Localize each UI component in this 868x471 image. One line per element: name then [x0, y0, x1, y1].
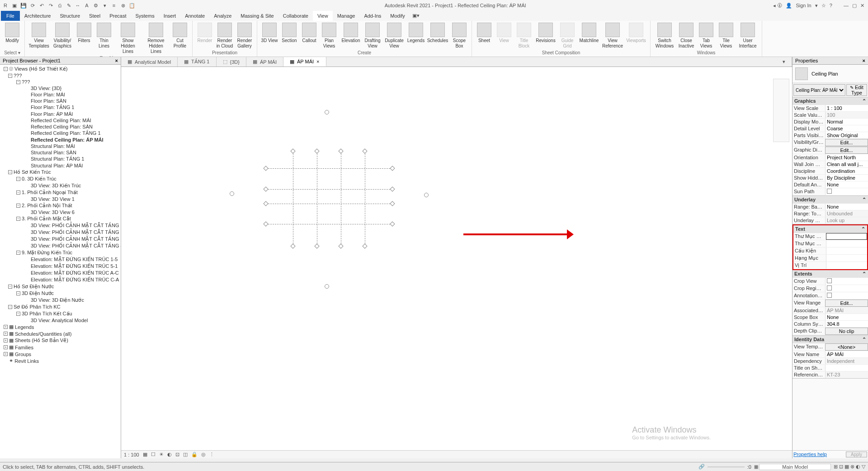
- show-hidden-button[interactable]: Show Hidden Lines: [114, 22, 142, 55]
- tree-item[interactable]: Structural Plan: MÁI: [0, 143, 121, 149]
- tree-item[interactable]: 3D View: 3D View 1: [0, 196, 121, 202]
- prop-vi-tri[interactable]: [826, 262, 867, 269]
- prop-thu-muc-chinh[interactable]: [826, 233, 867, 240]
- tree-item[interactable]: Structural Plan: ÁP MÁI: [0, 162, 121, 169]
- elevation-marker[interactable]: [325, 284, 329, 289]
- prop-range-base[interactable]: None: [825, 204, 868, 210]
- elevation-button[interactable]: Elevation: [340, 22, 362, 44]
- sync-icon[interactable]: ⟳: [29, 2, 36, 9]
- matchline-button[interactable]: Matchline: [578, 22, 600, 44]
- tree-item[interactable]: Reflected Ceiling Plan: TẦNG 1: [0, 130, 121, 137]
- tree-item[interactable]: Families: [15, 345, 33, 350]
- panel-options-icon[interactable]: ▣▾: [410, 11, 422, 21]
- open-icon[interactable]: ▣: [11, 2, 18, 9]
- type-selector[interactable]: Ceiling Plan: ÁP MÁI: [793, 84, 845, 96]
- user-interface-button[interactable]: User Interface: [736, 22, 759, 50]
- cut-profile-button[interactable]: Cut Profile: [170, 22, 189, 50]
- prop-group-graphics[interactable]: Graphics⌃: [793, 97, 868, 105]
- drafting-view-button[interactable]: Drafting View: [363, 22, 382, 50]
- prop-title-sheet[interactable]: [825, 365, 868, 371]
- file-menu[interactable]: File: [1, 11, 20, 21]
- more-options-icon[interactable]: ⋮: [209, 452, 214, 457]
- tree-item[interactable]: 3D View: 3D View 6: [0, 209, 121, 215]
- apply-button[interactable]: Apply: [846, 452, 867, 457]
- prop-hang-muc[interactable]: [826, 255, 867, 262]
- prop-annotation-cr[interactable]: [825, 292, 868, 299]
- tree-item[interactable]: Floor Plan: ÁP MÁI: [0, 111, 121, 117]
- prop-vis-graphics-edit[interactable]: Edit...: [825, 139, 868, 146]
- tab-addins[interactable]: Add-Ins: [359, 11, 386, 21]
- sun-path-icon[interactable]: ☀: [159, 452, 164, 457]
- tree-item[interactable]: Legends: [15, 324, 34, 330]
- tree-item[interactable]: Revit Links: [14, 358, 39, 364]
- save-icon[interactable]: 💾: [20, 2, 27, 9]
- navigation-bar[interactable]: [773, 79, 789, 142]
- prop-default-analy[interactable]: None: [825, 181, 868, 188]
- settings-icon[interactable]: ⚙: [92, 2, 99, 9]
- elevation-marker[interactable]: [424, 193, 429, 197]
- print-icon[interactable]: ⎙: [56, 2, 63, 9]
- tab-massing[interactable]: Massing & Site: [236, 11, 278, 21]
- tab-manage[interactable]: Manage: [333, 11, 360, 21]
- view-reference-button[interactable]: View Reference: [601, 22, 624, 50]
- minimize-button[interactable]: —: [844, 3, 849, 8]
- revit-logo-icon[interactable]: R: [2, 2, 9, 9]
- tree-item[interactable]: 3D View: PHỐI CẢNH MẶT CẮT TẦNG 1: [0, 222, 121, 229]
- prop-discipline[interactable]: Coordination: [825, 168, 868, 174]
- tree-item[interactable]: Structural Plan: TẦNG 1: [0, 156, 121, 162]
- tab-steel[interactable]: Steel: [85, 11, 105, 21]
- tree-item[interactable]: Floor Plan: MÁI: [0, 91, 121, 98]
- workset-selector[interactable]: Main Model: [759, 464, 831, 470]
- measure-icon[interactable]: ✎: [65, 2, 72, 9]
- prop-detail-level[interactable]: Coarse: [825, 125, 868, 132]
- status-icons[interactable]: ⊞ ⊡ ▦ ⊗ ◐ ▽: [834, 464, 865, 470]
- close-hidden-icon[interactable]: ⊗: [119, 2, 127, 9]
- visual-style-icon[interactable]: ☐: [151, 452, 156, 457]
- tab-precast[interactable]: Precast: [105, 11, 131, 21]
- tab-insert[interactable]: Insert: [159, 11, 181, 21]
- close-tab-icon[interactable]: ×: [316, 59, 319, 64]
- tree-item[interactable]: Schedules/Quantities (all): [15, 331, 71, 337]
- scope-box-button[interactable]: Scope Box: [450, 22, 469, 50]
- edit-type-button[interactable]: ✎ Edit Type: [846, 84, 867, 96]
- prop-crop-region[interactable]: [825, 285, 868, 292]
- close-button[interactable]: ✕: [860, 3, 864, 9]
- prop-scope-box[interactable]: None: [825, 314, 868, 320]
- prop-display-model[interactable]: Normal: [825, 119, 868, 125]
- tab-structure[interactable]: Structure: [55, 11, 85, 21]
- reveal-icon[interactable]: ◎: [201, 452, 206, 457]
- doc-tab[interactable]: ▦ TẦNG 1: [178, 57, 216, 67]
- prop-orientation[interactable]: Project North: [825, 154, 868, 161]
- tree-item[interactable]: Reflected Ceiling Plan: MÁI: [0, 117, 121, 124]
- dimension-icon[interactable]: ↔: [74, 2, 81, 9]
- tree-item[interactable]: Structural Plan: SÀN: [0, 149, 121, 156]
- tree-item-active[interactable]: Reflected Ceiling Plan: ÁP MÁI: [0, 137, 121, 143]
- tab-systems[interactable]: Systems: [131, 11, 159, 21]
- sheet-button[interactable]: Sheet: [475, 22, 494, 44]
- prop-column-sym[interactable]: 304.8: [825, 321, 868, 327]
- prop-group-underlay[interactable]: Underlay⌃: [793, 196, 868, 204]
- doc-tab[interactable]: ▦ ÁP MÁI: [246, 57, 283, 67]
- prop-show-hidden[interactable]: By Discipline: [825, 175, 868, 181]
- doc-tab-active[interactable]: ▦ ÁP MÁI ×: [283, 57, 326, 67]
- detail-level-icon[interactable]: ▦: [143, 452, 147, 457]
- doc-tab[interactable]: ▦ Analytical Model: [121, 57, 178, 67]
- render-gallery-button[interactable]: Render Gallery: [235, 22, 254, 50]
- tree-item[interactable]: Elevation: MẶT ĐỨNG KIẾN TRÚC 5-1: [0, 263, 121, 270]
- filters-button[interactable]: Filters: [75, 22, 94, 44]
- prop-group-extents[interactable]: Extents⌃: [793, 270, 868, 278]
- tree-item[interactable]: 3D View: PHỐI CẢNH MẶT CẮT TẦNG 3: [0, 236, 121, 243]
- undo-icon[interactable]: ↶: [38, 2, 45, 9]
- tree-item[interactable]: Elevation: MẶT ĐỨNG KIẾN TRÚC C-A: [0, 276, 121, 283]
- prop-thu-muc-con[interactable]: [826, 240, 867, 247]
- shadows-icon[interactable]: ◐: [167, 452, 172, 457]
- select-dropdown[interactable]: Select ▾: [4, 50, 20, 56]
- tree-item[interactable]: Reflected Ceiling Plan: SÀN: [0, 124, 121, 130]
- more-icon[interactable]: ▾: [101, 2, 108, 9]
- close-inactive-button[interactable]: Close Inactive: [677, 22, 696, 50]
- tree-item[interactable]: Sheets (Hồ Sơ Bản Vẽ): [15, 338, 68, 343]
- prop-crop-view[interactable]: [825, 278, 868, 285]
- elevation-marker[interactable]: [325, 110, 329, 114]
- scale-control[interactable]: 1 : 100: [124, 452, 139, 457]
- prop-depth-clip[interactable]: No clip: [825, 328, 868, 335]
